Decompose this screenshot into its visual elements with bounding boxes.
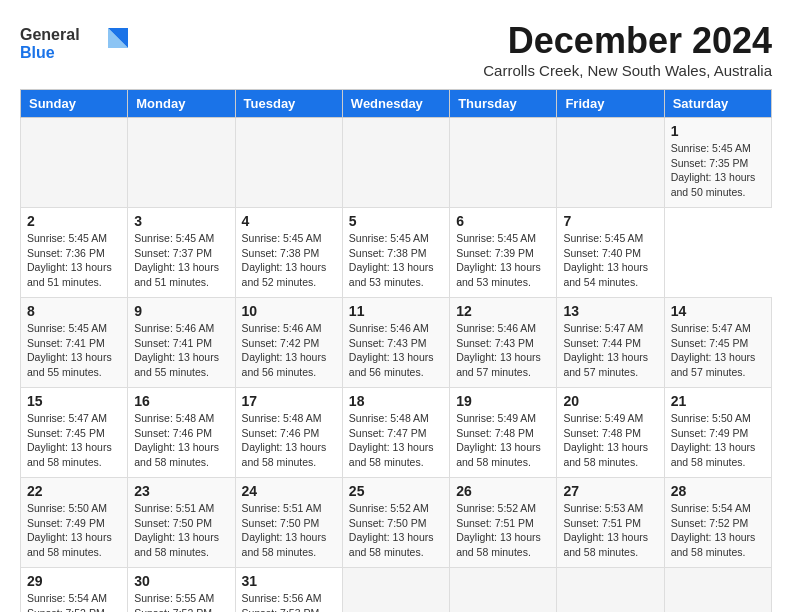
- day-cell: 20Sunrise: 5:49 AMSunset: 7:48 PMDayligh…: [557, 388, 664, 478]
- day-number: 9: [134, 303, 228, 319]
- day-number: 20: [563, 393, 657, 409]
- day-cell: 13Sunrise: 5:47 AMSunset: 7:44 PMDayligh…: [557, 298, 664, 388]
- day-number: 13: [563, 303, 657, 319]
- day-cell: [664, 568, 771, 613]
- day-cell: 11Sunrise: 5:46 AMSunset: 7:43 PMDayligh…: [342, 298, 449, 388]
- day-number: 15: [27, 393, 121, 409]
- day-info: Sunrise: 5:48 AMSunset: 7:46 PMDaylight:…: [134, 411, 228, 470]
- day-cell: [342, 568, 449, 613]
- day-cell: 8Sunrise: 5:45 AMSunset: 7:41 PMDaylight…: [21, 298, 128, 388]
- month-title: December 2024: [483, 20, 772, 62]
- calendar-week-row: 22Sunrise: 5:50 AMSunset: 7:49 PMDayligh…: [21, 478, 772, 568]
- day-number: 22: [27, 483, 121, 499]
- day-number: 29: [27, 573, 121, 589]
- day-header-tuesday: Tuesday: [235, 90, 342, 118]
- day-number: 18: [349, 393, 443, 409]
- calendar-week-row: 2Sunrise: 5:45 AMSunset: 7:36 PMDaylight…: [21, 208, 772, 298]
- day-cell: 16Sunrise: 5:48 AMSunset: 7:46 PMDayligh…: [128, 388, 235, 478]
- day-cell: 23Sunrise: 5:51 AMSunset: 7:50 PMDayligh…: [128, 478, 235, 568]
- day-cell: [450, 568, 557, 613]
- day-cell: 18Sunrise: 5:48 AMSunset: 7:47 PMDayligh…: [342, 388, 449, 478]
- day-cell: 6Sunrise: 5:45 AMSunset: 7:39 PMDaylight…: [450, 208, 557, 298]
- day-number: 14: [671, 303, 765, 319]
- day-info: Sunrise: 5:54 AMSunset: 7:52 PMDaylight:…: [671, 501, 765, 560]
- day-cell: 9Sunrise: 5:46 AMSunset: 7:41 PMDaylight…: [128, 298, 235, 388]
- day-info: Sunrise: 5:46 AMSunset: 7:42 PMDaylight:…: [242, 321, 336, 380]
- day-number: 6: [456, 213, 550, 229]
- day-cell: 5Sunrise: 5:45 AMSunset: 7:38 PMDaylight…: [342, 208, 449, 298]
- day-cell: 12Sunrise: 5:46 AMSunset: 7:43 PMDayligh…: [450, 298, 557, 388]
- empty-cell: [342, 118, 449, 208]
- day-number: 2: [27, 213, 121, 229]
- day-cell: 1Sunrise: 5:45 AMSunset: 7:35 PMDaylight…: [664, 118, 771, 208]
- calendar-week-row: 29Sunrise: 5:54 AMSunset: 7:52 PMDayligh…: [21, 568, 772, 613]
- empty-cell: [557, 118, 664, 208]
- day-cell: 27Sunrise: 5:53 AMSunset: 7:51 PMDayligh…: [557, 478, 664, 568]
- day-info: Sunrise: 5:53 AMSunset: 7:51 PMDaylight:…: [563, 501, 657, 560]
- day-number: 17: [242, 393, 336, 409]
- day-cell: 17Sunrise: 5:48 AMSunset: 7:46 PMDayligh…: [235, 388, 342, 478]
- day-header-friday: Friday: [557, 90, 664, 118]
- day-number: 25: [349, 483, 443, 499]
- day-info: Sunrise: 5:51 AMSunset: 7:50 PMDaylight:…: [134, 501, 228, 560]
- logo-graphic: General Blue: [20, 20, 130, 69]
- svg-text:General: General: [20, 26, 80, 43]
- day-number: 1: [671, 123, 765, 139]
- day-cell: 2Sunrise: 5:45 AMSunset: 7:36 PMDaylight…: [21, 208, 128, 298]
- day-info: Sunrise: 5:51 AMSunset: 7:50 PMDaylight:…: [242, 501, 336, 560]
- day-info: Sunrise: 5:50 AMSunset: 7:49 PMDaylight:…: [671, 411, 765, 470]
- day-number: 28: [671, 483, 765, 499]
- day-info: Sunrise: 5:49 AMSunset: 7:48 PMDaylight:…: [456, 411, 550, 470]
- day-info: Sunrise: 5:45 AMSunset: 7:41 PMDaylight:…: [27, 321, 121, 380]
- day-info: Sunrise: 5:45 AMSunset: 7:36 PMDaylight:…: [27, 231, 121, 290]
- day-header-thursday: Thursday: [450, 90, 557, 118]
- day-info: Sunrise: 5:47 AMSunset: 7:45 PMDaylight:…: [27, 411, 121, 470]
- day-cell: 21Sunrise: 5:50 AMSunset: 7:49 PMDayligh…: [664, 388, 771, 478]
- day-number: 30: [134, 573, 228, 589]
- day-number: 5: [349, 213, 443, 229]
- day-cell: 14Sunrise: 5:47 AMSunset: 7:45 PMDayligh…: [664, 298, 771, 388]
- title-area: December 2024 Carrolls Creek, New South …: [483, 20, 772, 79]
- logo: General Blue: [20, 20, 130, 69]
- day-number: 27: [563, 483, 657, 499]
- day-info: Sunrise: 5:56 AMSunset: 7:53 PMDaylight:…: [242, 591, 336, 612]
- day-info: Sunrise: 5:54 AMSunset: 7:52 PMDaylight:…: [27, 591, 121, 612]
- day-number: 11: [349, 303, 443, 319]
- day-cell: 15Sunrise: 5:47 AMSunset: 7:45 PMDayligh…: [21, 388, 128, 478]
- location: Carrolls Creek, New South Wales, Austral…: [483, 62, 772, 79]
- day-info: Sunrise: 5:47 AMSunset: 7:45 PMDaylight:…: [671, 321, 765, 380]
- day-header-sunday: Sunday: [21, 90, 128, 118]
- day-cell: 19Sunrise: 5:49 AMSunset: 7:48 PMDayligh…: [450, 388, 557, 478]
- empty-cell: [21, 118, 128, 208]
- day-number: 3: [134, 213, 228, 229]
- day-header-monday: Monday: [128, 90, 235, 118]
- day-info: Sunrise: 5:45 AMSunset: 7:40 PMDaylight:…: [563, 231, 657, 290]
- day-cell: 7Sunrise: 5:45 AMSunset: 7:40 PMDaylight…: [557, 208, 664, 298]
- calendar-header-row: SundayMondayTuesdayWednesdayThursdayFrid…: [21, 90, 772, 118]
- day-info: Sunrise: 5:46 AMSunset: 7:43 PMDaylight:…: [456, 321, 550, 380]
- day-number: 19: [456, 393, 550, 409]
- day-info: Sunrise: 5:46 AMSunset: 7:43 PMDaylight:…: [349, 321, 443, 380]
- day-cell: 28Sunrise: 5:54 AMSunset: 7:52 PMDayligh…: [664, 478, 771, 568]
- empty-cell: [450, 118, 557, 208]
- day-number: 16: [134, 393, 228, 409]
- day-info: Sunrise: 5:45 AMSunset: 7:39 PMDaylight:…: [456, 231, 550, 290]
- day-info: Sunrise: 5:45 AMSunset: 7:38 PMDaylight:…: [242, 231, 336, 290]
- calendar-table: SundayMondayTuesdayWednesdayThursdayFrid…: [20, 89, 772, 612]
- day-info: Sunrise: 5:50 AMSunset: 7:49 PMDaylight:…: [27, 501, 121, 560]
- calendar-week-row: 15Sunrise: 5:47 AMSunset: 7:45 PMDayligh…: [21, 388, 772, 478]
- day-number: 10: [242, 303, 336, 319]
- day-cell: 4Sunrise: 5:45 AMSunset: 7:38 PMDaylight…: [235, 208, 342, 298]
- day-info: Sunrise: 5:48 AMSunset: 7:47 PMDaylight:…: [349, 411, 443, 470]
- day-cell: [557, 568, 664, 613]
- calendar-week-row: 1Sunrise: 5:45 AMSunset: 7:35 PMDaylight…: [21, 118, 772, 208]
- day-number: 8: [27, 303, 121, 319]
- empty-cell: [235, 118, 342, 208]
- calendar-week-row: 8Sunrise: 5:45 AMSunset: 7:41 PMDaylight…: [21, 298, 772, 388]
- day-info: Sunrise: 5:47 AMSunset: 7:44 PMDaylight:…: [563, 321, 657, 380]
- day-number: 31: [242, 573, 336, 589]
- day-cell: 25Sunrise: 5:52 AMSunset: 7:50 PMDayligh…: [342, 478, 449, 568]
- day-cell: 29Sunrise: 5:54 AMSunset: 7:52 PMDayligh…: [21, 568, 128, 613]
- day-cell: 22Sunrise: 5:50 AMSunset: 7:49 PMDayligh…: [21, 478, 128, 568]
- day-number: 24: [242, 483, 336, 499]
